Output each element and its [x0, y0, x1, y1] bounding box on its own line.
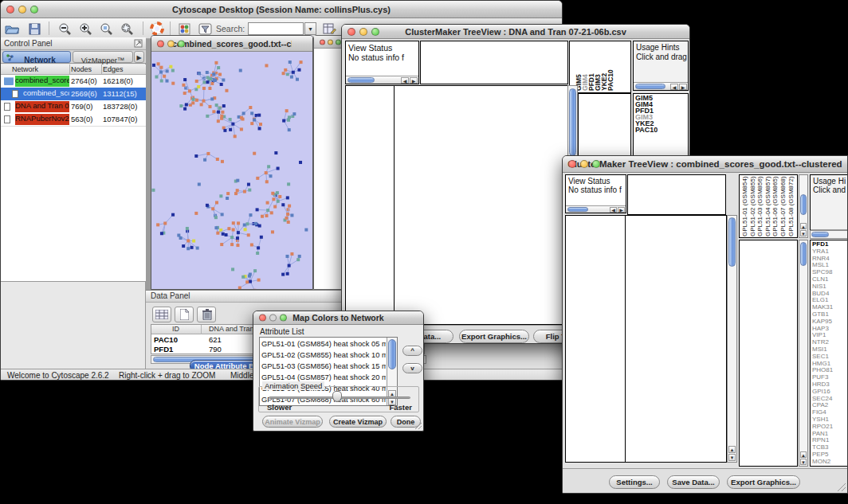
filter-icon[interactable]: [197, 21, 213, 37]
gene-label: NIS1: [812, 283, 833, 291]
close-button[interactable]: [347, 28, 355, 36]
column-dendrogram-canvas[interactable]: [628, 175, 725, 214]
matrix-column-label: GPL51-01 (GSM854): [741, 174, 748, 236]
move-down-button[interactable]: v: [402, 363, 422, 373]
animation-speed-group: Animation Speed Slower Faster: [258, 386, 419, 412]
tv1-view-status-panel: View StatusNo status info f ◀ ▶: [345, 41, 419, 84]
tv1-column-dendrogram-panel[interactable]: [420, 41, 568, 84]
tv2-right-lower-vscrollbar[interactable]: ▲ ▼: [799, 240, 808, 467]
similarity-matrix-canvas[interactable]: [583, 96, 621, 134]
minimize-button[interactable]: [359, 28, 367, 36]
gene-label: NTR2: [812, 339, 833, 346]
attribute-list-item[interactable]: GPL51-02 (GSM855) heat shock 10 min: [261, 350, 386, 361]
tv2-global-vscrollbar[interactable]: ▲ ▼: [727, 215, 737, 463]
gene-label: FIG4: [812, 409, 833, 416]
resize-grip[interactable]: [414, 422, 422, 430]
network-view-canvas[interactable]: [151, 52, 312, 289]
detail-heatmap-canvas[interactable]: [740, 241, 796, 465]
tv2-detail-heatmap-panel[interactable]: [739, 240, 798, 467]
gene-label: YKE2: [635, 120, 658, 127]
network-tab-icon: [6, 54, 14, 61]
attribute-list-item[interactable]: GPL51-01 (GSM854) heat shock 05 min: [261, 338, 386, 350]
close-button[interactable]: [157, 40, 164, 47]
settings-button[interactable]: Settings...: [609, 475, 660, 489]
close-button[interactable]: [320, 39, 325, 45]
delete-attribute-trash-icon[interactable]: [197, 307, 216, 322]
network-nodes: 563(0): [71, 115, 92, 123]
tv1-heatmap-panel[interactable]: [394, 85, 568, 325]
close-button[interactable]: [568, 160, 576, 168]
export-graphics-button[interactable]: Export Graphics...: [459, 330, 529, 343]
control-panel-title: Control Panel: [4, 39, 53, 48]
tab-network[interactable]: Network: [2, 51, 71, 63]
float-panel-icon[interactable]: [134, 39, 143, 48]
network-list-empty-area[interactable]: [1, 126, 146, 281]
network-overview-canvas[interactable]: [1, 281, 146, 369]
zoom-button[interactable]: [336, 39, 341, 45]
gene-label: SPC98: [812, 269, 833, 276]
configure-search-icon[interactable]: [321, 21, 337, 37]
control-panel: Control Panel Network VizMapper™ ▶ Netwo…: [1, 37, 146, 369]
tv2-row-dendrogram-panel[interactable]: [565, 215, 626, 463]
network-list-row[interactable]: DNA and Tran 07769(0)183728(0): [1, 100, 146, 113]
tv1-status-scrollbar[interactable]: ◀ ▶: [346, 76, 418, 84]
row-dendrogram-canvas[interactable]: [566, 216, 625, 462]
save-data-button[interactable]: Save Data...: [667, 475, 720, 489]
zoom-button[interactable]: [280, 315, 287, 322]
tv2-global-heatmap-panel[interactable]: [625, 215, 727, 463]
tv2-right-upper-vscrollbar[interactable]: ▲ ▼: [799, 174, 808, 238]
gene-label: PHO81: [812, 367, 833, 374]
zoom-button[interactable]: [30, 6, 38, 14]
close-button[interactable]: [259, 315, 266, 322]
gene-label: GIM3: [635, 114, 658, 120]
gene-label: PEP5: [812, 451, 833, 459]
row-dendrogram-canvas[interactable]: [346, 86, 394, 324]
open-file-icon[interactable]: [4, 21, 20, 37]
tv2-column-dendrogram-panel[interactable]: [627, 174, 726, 215]
heatmap-canvas[interactable]: [395, 86, 567, 324]
gene-label: MSI1: [812, 346, 833, 354]
create-vizmap-button[interactable]: Create Vizmap: [329, 416, 387, 428]
export-graphics-button[interactable]: Export Graphics...: [727, 475, 800, 489]
vizmapper-icon[interactable]: [176, 21, 192, 37]
zoom-button[interactable]: [371, 28, 379, 36]
tv2-status-scrollbar[interactable]: ◀ ▶: [566, 205, 626, 213]
attribute-list-item[interactable]: GPL51-03 (GSM856) heat shock 15 min: [261, 361, 386, 372]
zoom-in-icon[interactable]: [77, 21, 93, 37]
zoom-out-icon[interactable]: [57, 21, 73, 37]
help-lifering-icon[interactable]: [149, 21, 165, 37]
minimize-button[interactable]: [328, 39, 333, 45]
zoom-fit-icon[interactable]: [119, 21, 135, 37]
move-up-button[interactable]: ^: [402, 346, 422, 356]
zoom-selected-icon[interactable]: [98, 21, 114, 37]
close-button[interactable]: [6, 6, 14, 14]
global-heatmap-canvas[interactable]: [626, 216, 726, 462]
resize-grip[interactable]: [837, 483, 846, 492]
animate-vizmap-button[interactable]: Animate Vizmap: [262, 416, 323, 428]
search-input[interactable]: [248, 22, 304, 35]
table-mode-icon[interactable]: [152, 307, 171, 322]
tv1-usage-scrollbar[interactable]: ◀ ▶: [634, 82, 688, 90]
main-title-bar[interactable]: Cytoscape Desktop (Session Name: collins…: [1, 1, 562, 18]
zoom-button[interactable]: [178, 40, 185, 47]
network-list-row[interactable]: combined_scores2764(0)16218(0): [1, 75, 146, 88]
tv2-genelist-hscrollbar[interactable]: [810, 230, 848, 239]
tab-vizmapper[interactable]: VizMapper™: [73, 51, 133, 63]
network-list-row[interactable]: RNAPuberNov2+I563(0)107847(0): [1, 113, 146, 126]
tab-overflow-button[interactable]: ▶: [134, 51, 144, 63]
column-dendrogram-canvas[interactable]: [421, 41, 567, 84]
new-attribute-icon[interactable]: [175, 307, 194, 322]
tv1-row-dendrogram-panel[interactable]: [345, 85, 395, 325]
gene-label: PFD1: [635, 107, 658, 114]
treeview2-title: ClusterMaker TreeView : combined_scores_…: [567, 159, 842, 169]
minimize-button[interactable]: [18, 6, 26, 14]
network-list-row[interactable]: combined_sco2569(6)13112(15): [1, 88, 146, 100]
search-dropdown-button[interactable]: ▼: [304, 22, 316, 35]
minimize-button[interactable]: [269, 315, 277, 322]
minimize-button[interactable]: [580, 160, 588, 168]
slider-thumb[interactable]: [332, 391, 342, 402]
slider-min-label: Slower: [267, 403, 292, 412]
save-icon[interactable]: [26, 21, 42, 37]
zoom-button[interactable]: [592, 160, 600, 168]
minimize-button[interactable]: [167, 40, 175, 47]
